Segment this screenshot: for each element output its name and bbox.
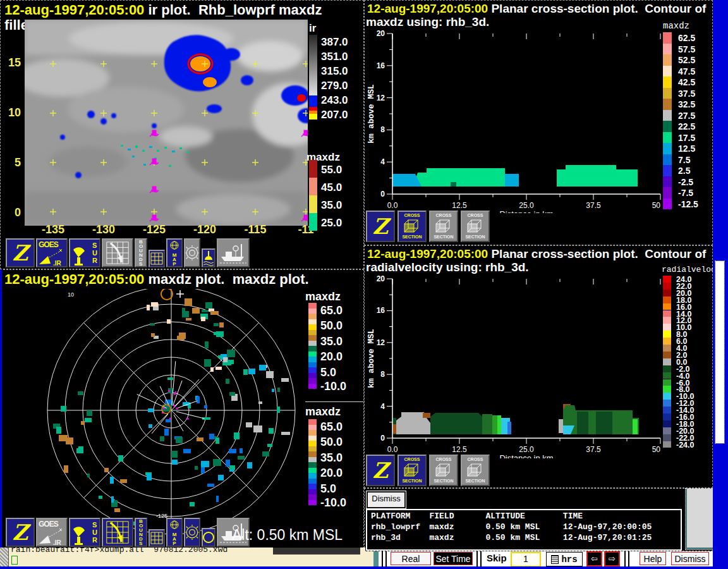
colorbar-segment (663, 132, 672, 144)
colorbar-segment (663, 187, 672, 199)
colorbar-segment (663, 386, 671, 393)
zebra-logo-button[interactable]: Z (366, 211, 395, 242)
adjacent-window-scroll[interactable] (686, 489, 713, 549)
cross-section-plot: 0481216200.012.525.037.550Distance in km… (365, 23, 713, 213)
svg-text:.IR: .IR (53, 539, 62, 546)
cross-section-yz-button[interactable]: CROSS SECTION (461, 211, 490, 242)
surveillance-radar-button[interactable]: SUR (69, 238, 100, 267)
colorbar-segment (308, 378, 317, 384)
svg-text:50: 50 (652, 201, 661, 210)
colorbar-segment (663, 420, 671, 427)
step-back-button[interactable]: ⇦ (586, 551, 602, 566)
map-button[interactable]: MAP (166, 518, 183, 547)
ctrl-left-decoration (364, 551, 373, 566)
colorbar-tick: 279.0 (321, 80, 348, 92)
colorbar-maxdz16: 62.557.552.547.542.537.532.527.522.517.5… (663, 32, 713, 212)
grip-handle[interactable] (624, 551, 631, 566)
circle-overlay-button[interactable] (202, 528, 215, 547)
colorbar-segment (308, 462, 317, 468)
surveillance-radar-button[interactable]: SUR (69, 518, 100, 547)
step-forward-button[interactable]: ⇨ (604, 551, 620, 566)
zebra-logo-button[interactable]: Z (6, 238, 35, 267)
radar-grid-button[interactable] (102, 238, 133, 267)
table-row: rhb_3dmaxdz0.50 km MSL12-Aug-97,20:01:25 (371, 533, 652, 544)
colorbar-segment (663, 365, 671, 372)
colorbar-segment (308, 451, 317, 457)
colorbar-segment (663, 165, 672, 176)
colorbar-segment (308, 500, 317, 506)
cross-section-buttons: ZCROSS SECTIONCROSS SECTIONCROSS SECTION (366, 211, 619, 243)
colorbar-tick: 52.5 (678, 55, 695, 65)
svg-text:0.0: 0.0 (387, 201, 398, 210)
table-cell: rhb_3d (371, 533, 429, 544)
colorbar-segment (308, 489, 317, 495)
status-window: Dismiss PLATFORMFIELDALTITUDETIMErhb_low… (364, 488, 713, 551)
cross-section-xy-button[interactable]: CROSS SECTION (397, 455, 427, 486)
colorbar-segment (308, 425, 317, 431)
title-timestamp: 12-aug-1997,20:05:00 (4, 2, 144, 18)
colorbar-segment (308, 384, 317, 389)
cross-section-xy-button[interactable]: CROSS SECTION (397, 211, 427, 242)
colorbar-segment (308, 303, 317, 309)
skip-label: Skip (487, 553, 507, 563)
colorbar-segment (309, 213, 317, 231)
hrs-button[interactable]: hrs (546, 552, 583, 566)
colorbar-divider (305, 401, 363, 402)
radar-grid-button[interactable] (102, 518, 133, 547)
cross-section-xz-button[interactable]: CROSS SECTION (429, 455, 458, 486)
window-scrollbar[interactable] (715, 261, 724, 443)
table-cell: rhb_lowprf (371, 522, 429, 533)
range-rings-button[interactable] (184, 518, 200, 547)
map-button[interactable]: MAP (166, 238, 183, 267)
grip-handle[interactable] (382, 551, 388, 566)
column-header: ALTITUDE (485, 511, 562, 522)
bounds-button[interactable]: BOUNDS (135, 238, 147, 267)
colorbar-segment (663, 338, 671, 345)
dismiss-button[interactable]: Dismiss (671, 552, 709, 565)
buoy-button[interactable] (202, 248, 215, 267)
help-button[interactable]: Help (640, 552, 666, 565)
grid-overlay-button[interactable] (149, 529, 165, 547)
colorbar-segment (308, 479, 317, 484)
status-dismiss-button[interactable]: Dismiss (367, 491, 406, 508)
colorbar-segment (308, 367, 317, 373)
colorbar-segment (663, 352, 671, 358)
table-cell: maxdz (429, 533, 485, 544)
y-tick-label: 5 (3, 156, 21, 169)
svg-text:25.0: 25.0 (519, 201, 534, 210)
grip-handle[interactable] (476, 551, 483, 566)
svg-text:16: 16 (377, 61, 385, 70)
colorbar-ir-title: ir (309, 22, 316, 35)
zebra-logo-button[interactable]: Z (6, 518, 35, 547)
colorbar-tick: 35.0 (320, 335, 343, 348)
bounds-button[interactable]: BOUNDS (135, 518, 147, 547)
terminal-window[interactable]: rain:beaufait:f4f>xdump.all 970812.2005.… (0, 548, 365, 566)
colorbar-segment (663, 276, 671, 283)
range-rings-button[interactable] (184, 238, 200, 267)
panel-title: 12-aug-1997,20:05:00 Planar cross-sectio… (367, 2, 706, 16)
svg-text:km above MSL: km above MSL (367, 329, 376, 388)
goes-ir-button[interactable]: GOES .IR (36, 238, 68, 267)
colorbar-segment (663, 154, 672, 166)
skip-value-input[interactable]: 1 (511, 552, 541, 567)
cross-section-xz-button[interactable]: CROSS SECTION (429, 211, 458, 242)
svg-text:8: 8 (380, 370, 385, 379)
title-timestamp: 12-aug-1997,20:05:00 (4, 271, 144, 287)
panel-title: 12-aug-1997,20:05:00 Planar cross-sectio… (367, 247, 706, 261)
goes-ir-button[interactable]: GOES .IR (36, 518, 68, 547)
zebra-logo-button[interactable]: Z (366, 455, 395, 486)
real-time-button[interactable]: Real Time (391, 552, 431, 565)
time-control-bar: Real Time Set Time Skip 1 hrs ⇦ ⇨ Help D… (364, 551, 713, 566)
table-cell: 12-Aug-97,20:01:25 (563, 533, 652, 544)
colorbar-tick: 50.0 (320, 436, 343, 449)
cross-section-yz-button[interactable]: CROSS SECTION (461, 455, 490, 486)
colorbar-velocity: 24.022.020.018.016.014.012.010.08.06.04.… (663, 276, 713, 451)
colorbar-tick: 315.0 (321, 65, 348, 78)
colorbar-segment (663, 54, 672, 66)
colorbar-tick: 57.5 (678, 44, 695, 54)
set-time-button[interactable]: Set Time (434, 552, 473, 565)
colorbar-segment (663, 317, 671, 324)
ship-button[interactable] (217, 238, 250, 267)
grid-overlay-button[interactable] (149, 250, 165, 267)
terminal-selection (273, 548, 360, 554)
